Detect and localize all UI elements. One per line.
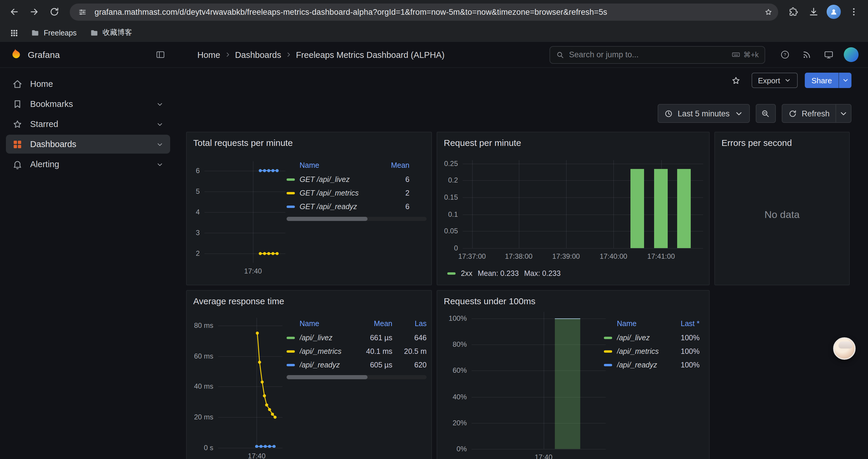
chart: 100%80%60%40%20%0%17:40 — [437, 291, 709, 459]
user-avatar[interactable] — [844, 47, 859, 62]
search-input[interactable]: Search or jump to... ⌘+k — [550, 46, 765, 64]
sidebar-item-dashboards[interactable]: Dashboards — [6, 135, 170, 154]
downloads-icon[interactable] — [804, 2, 823, 21]
share-button[interactable]: Share — [805, 73, 838, 88]
legend-series-name[interactable]: 2xx — [461, 269, 472, 277]
gridline — [205, 171, 285, 171]
no-data-message: No data — [715, 153, 849, 277]
scrollbar-thumb[interactable] — [286, 375, 368, 379]
sidebar-item-bookmarks[interactable]: Bookmarks — [6, 95, 170, 113]
y-axis-tick: 2 — [187, 249, 200, 258]
refresh-button[interactable]: Refresh — [781, 104, 836, 123]
reload-button[interactable] — [45, 2, 64, 21]
gridline — [463, 181, 703, 181]
monitor-icon[interactable] — [822, 48, 835, 61]
refresh-icon — [788, 109, 797, 118]
panel-title[interactable]: Total requests per minute — [187, 132, 431, 153]
grafana-logo-icon[interactable] — [8, 48, 22, 61]
bookmark-star-icon[interactable] — [761, 4, 776, 20]
y-axis-tick: 80 ms — [187, 321, 213, 330]
apps-grid-icon[interactable] — [6, 25, 23, 41]
extensions-icon[interactable] — [784, 2, 803, 21]
gridline — [566, 160, 567, 248]
x-axis-tick: 17:40 — [520, 453, 567, 459]
panel-title[interactable]: Average response time — [187, 291, 431, 311]
sidebar-item-home[interactable]: Home — [6, 74, 170, 93]
dock-sidebar-icon[interactable] — [152, 47, 168, 62]
legend-series-name[interactable]: GET /api/_readyz — [286, 202, 374, 210]
legend-scrollbar[interactable] — [286, 217, 427, 221]
series-label: /api/_readyz — [617, 361, 657, 369]
series-label: GET /api/_readyz — [300, 202, 357, 210]
x-axis-tick: 17:37:00 — [448, 252, 496, 261]
legend-header-las[interactable]: Las — [392, 320, 427, 328]
legend: 2xxMean: 0.233Max: 0.233 — [447, 269, 561, 277]
series-label: /api/_metrics — [617, 347, 659, 355]
sidebar-item-label: Home — [30, 79, 53, 89]
bookmarks-bar: Freeleaps 收藏博客 — [0, 24, 868, 42]
breadcrumb-separator-icon — [224, 51, 231, 59]
scrollbar-thumb[interactable] — [286, 217, 368, 221]
y-axis-tick: 0.1 — [437, 209, 458, 219]
refresh-interval-chevron[interactable] — [836, 104, 851, 123]
breadcrumb-separator-icon — [285, 51, 292, 59]
panel-title[interactable]: Request per minute — [437, 132, 709, 153]
sidebar-item-starred[interactable]: Starred — [6, 114, 170, 133]
favorite-star-icon[interactable] — [728, 72, 744, 89]
bookmark-folder-freeleaps[interactable]: Freeleaps — [26, 27, 81, 39]
help-icon[interactable]: ? — [778, 48, 791, 61]
back-button[interactable] — [5, 2, 24, 21]
zoom-out-button[interactable] — [755, 104, 776, 123]
legend-header-name[interactable]: Name — [604, 320, 662, 328]
y-axis-tick: 60 ms — [187, 351, 213, 361]
chart-bar — [677, 169, 691, 248]
header-icons: ? — [778, 47, 859, 62]
chevron-down-icon — [784, 77, 792, 84]
legend-row: GET /api/_livez6 — [286, 172, 409, 186]
legend-series-name[interactable]: /api/_metrics — [286, 347, 354, 355]
home-icon — [12, 78, 23, 90]
legend-series-name[interactable]: /api/_metrics — [604, 347, 662, 355]
profile-avatar[interactable] — [824, 2, 843, 21]
browser-menu-icon[interactable] — [844, 2, 863, 21]
floating-assistant-avatar[interactable] — [833, 337, 856, 360]
gridline — [218, 356, 282, 357]
forward-button[interactable] — [25, 2, 44, 21]
gridline — [463, 197, 703, 198]
legend-series-name[interactable]: /api/_livez — [604, 333, 662, 342]
series-swatch — [286, 336, 295, 339]
legend-header-mean[interactable]: Mean — [374, 161, 409, 169]
legend-scrollbar[interactable] — [286, 375, 427, 379]
series-plot — [205, 161, 285, 263]
breadcrumb-item-home[interactable]: Home — [197, 50, 220, 59]
series-plot — [218, 318, 282, 448]
breadcrumb-item-freeleaps-metrics-dashboard-alpha[interactable]: Freeleaps Metrics Dashboard (ALPHA) — [296, 50, 445, 59]
chevron-down-icon — [839, 109, 848, 118]
legend-series-name[interactable]: /api/_livez — [286, 333, 354, 342]
legend-stat: Max: 0.233 — [524, 269, 561, 277]
news-rss-icon[interactable] — [800, 48, 813, 61]
site-info-icon[interactable] — [74, 4, 90, 20]
legend-series-name[interactable]: /api/_readyz — [604, 361, 662, 369]
legend-header-mean[interactable]: Mean — [354, 320, 392, 328]
time-range-picker[interactable]: Last 5 minutes — [658, 104, 750, 123]
legend-series-name[interactable]: GET /api/_livez — [286, 175, 374, 184]
series-swatch — [604, 350, 612, 352]
gridline — [519, 160, 519, 248]
legend-header-name[interactable]: Name — [286, 320, 354, 328]
legend-header-last[interactable]: Last * — [662, 320, 700, 328]
share-menu-chevron[interactable] — [838, 73, 851, 88]
sidebar-item-alerting[interactable]: Alerting — [6, 155, 170, 174]
legend-series-name[interactable]: /api/_readyz — [286, 361, 354, 369]
panel-title[interactable]: Requests under 100ms — [437, 291, 709, 311]
panel-title[interactable]: Errors per second — [715, 132, 849, 153]
legend-header-name[interactable]: Name — [286, 161, 374, 169]
legend-series-name[interactable]: GET /api/_metrics — [286, 189, 374, 197]
export-button[interactable]: Export — [751, 73, 798, 88]
url-bar[interactable]: grafana.mathmast.com/d/deytv4rwavabkb/fr… — [70, 3, 778, 21]
breadcrumb-item-dashboards[interactable]: Dashboards — [235, 50, 281, 59]
search-icon — [556, 51, 564, 59]
bookmark-icon — [12, 98, 23, 109]
bookmark-folder-blog[interactable]: 收藏博客 — [85, 26, 137, 40]
chart: 0.250.20.150.10.05017:37:0017:38:0017:39… — [437, 132, 709, 285]
